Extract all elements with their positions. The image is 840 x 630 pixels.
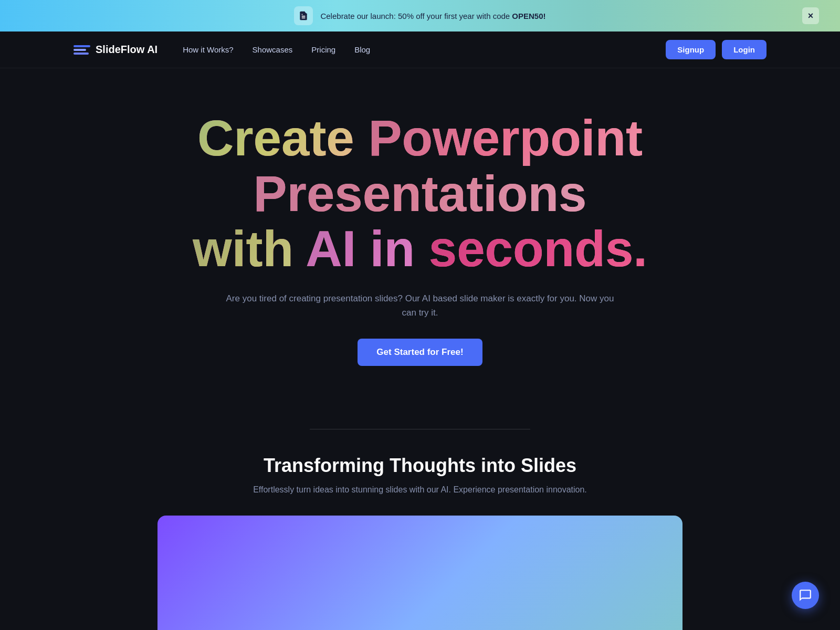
chat-button[interactable] [792, 582, 819, 609]
navbar-left: SlideFlow AI How it Works? Showcases Pri… [74, 41, 370, 58]
signup-button[interactable]: Signup [666, 40, 716, 59]
navbar-right: Signup Login [666, 40, 766, 59]
nav-item-how-it-works: How it Works? [183, 45, 233, 55]
navbar: SlideFlow AI How it Works? Showcases Pri… [0, 32, 840, 68]
transforming-section: Transforming Thoughts into Slides Effort… [0, 429, 840, 630]
nav-link-pricing[interactable]: Pricing [311, 45, 335, 54]
logo-text: SlideFlow AI [96, 44, 158, 56]
banner-text: Celebrate our launch: 50% off your first… [320, 12, 545, 20]
hero-title-seconds: seconds. [429, 220, 647, 277]
hero-subtitle: Are you tired of creating presentation s… [226, 291, 614, 320]
nav-item-showcases: Showcases [253, 45, 293, 55]
nav-link-showcases[interactable]: Showcases [253, 45, 293, 54]
nav-links: How it Works? Showcases Pricing Blog [183, 45, 370, 55]
announcement-banner: Celebrate our launch: 50% off your first… [0, 0, 840, 32]
banner-content: Celebrate our launch: 50% off your first… [38, 6, 802, 25]
login-button[interactable]: Login [722, 40, 766, 59]
banner-close-button[interactable]: × [802, 7, 819, 24]
nav-item-pricing: Pricing [311, 45, 335, 55]
chat-icon [799, 589, 812, 602]
hero-title-ai-in: AI in [306, 220, 415, 277]
hero-title-with: with [193, 220, 293, 277]
logo-bar-2 [74, 49, 86, 51]
hero-title-presentations: Presentations [254, 165, 587, 222]
section-subtitle: Effortlessly turn ideas into stunning sl… [74, 485, 766, 495]
logo-bar-1 [74, 45, 90, 47]
hero-title: Create Powerpoint Presentations with AI … [74, 110, 766, 277]
section-divider [310, 429, 530, 429]
logo-bar-3 [74, 52, 89, 55]
nav-link-blog[interactable]: Blog [354, 45, 370, 54]
nav-item-blog: Blog [354, 45, 370, 55]
section-title: Transforming Thoughts into Slides [74, 455, 766, 477]
document-icon [294, 6, 313, 25]
logo-link[interactable]: SlideFlow AI [74, 41, 158, 58]
hero-title-create: Create [197, 110, 354, 166]
hero-title-powerpoint: Powerpoint [368, 110, 643, 166]
cta-button[interactable]: Get Started for Free! [358, 339, 482, 366]
hero-section: Create Powerpoint Presentations with AI … [0, 68, 840, 429]
feature-visual [158, 516, 682, 630]
logo-icon [74, 41, 90, 58]
nav-link-how-it-works[interactable]: How it Works? [183, 45, 233, 54]
